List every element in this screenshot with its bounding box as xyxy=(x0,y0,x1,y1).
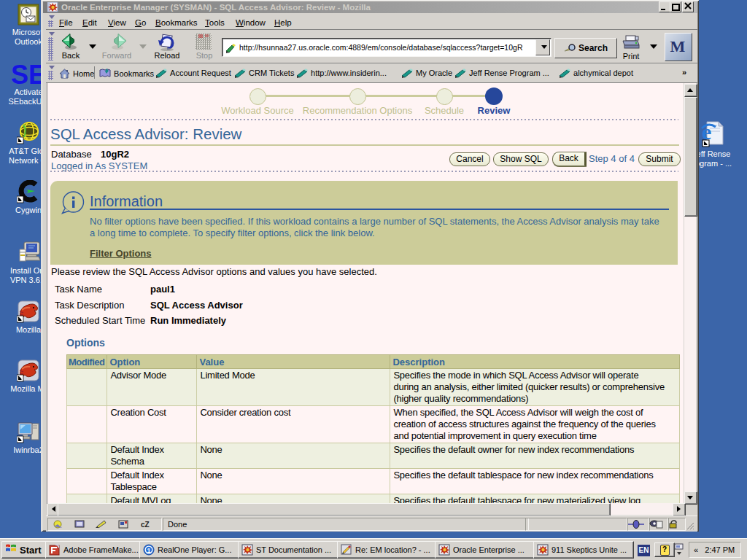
svg-text:cZ: cZ xyxy=(141,521,150,529)
svg-text:1: 1 xyxy=(147,547,150,554)
svg-text:M: M xyxy=(670,37,686,55)
